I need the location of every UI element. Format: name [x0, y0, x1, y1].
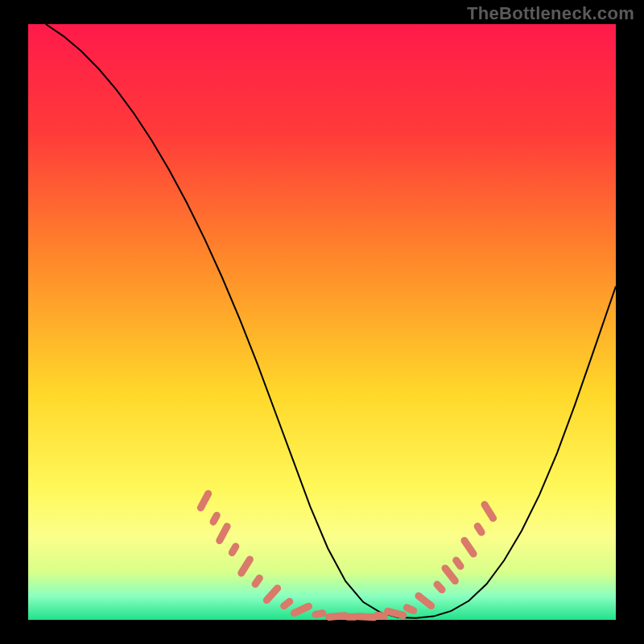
highlight-marker [213, 515, 217, 522]
highlight-marker [456, 560, 460, 566]
gradient-background [28, 24, 616, 620]
highlight-marker [388, 611, 403, 615]
highlight-marker [358, 617, 374, 617]
highlight-marker [255, 578, 259, 584]
highlight-marker [407, 608, 413, 611]
highlight-marker [378, 615, 385, 616]
highlight-marker [284, 601, 290, 606]
highlight-marker [316, 613, 323, 615]
highlight-marker [232, 547, 236, 553]
highlight-marker [328, 616, 345, 617]
watermark-label: TheBottleneck.com [467, 3, 634, 24]
highlight-marker [437, 584, 442, 590]
highlight-marker [477, 526, 481, 533]
bottleneck-chart [0, 0, 644, 644]
chart-container: TheBottleneck.com [0, 0, 644, 644]
